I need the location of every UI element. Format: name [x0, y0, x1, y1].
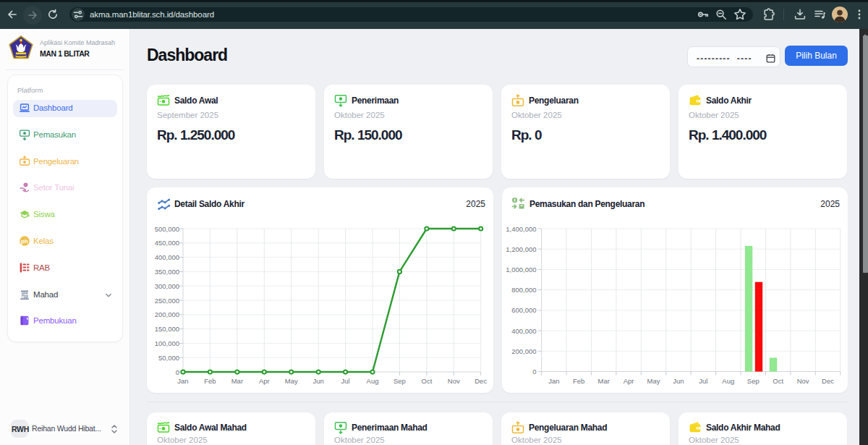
svg-text:Mar: Mar [231, 377, 243, 385]
svg-text:400,000: 400,000 [155, 253, 179, 261]
svg-text:100,000: 100,000 [155, 339, 179, 347]
svg-text:Jan: Jan [548, 377, 559, 385]
svg-text:Apr: Apr [259, 377, 270, 385]
svg-text:Feb: Feb [204, 377, 216, 385]
svg-text:Jul: Jul [341, 377, 350, 385]
svg-text:Nov: Nov [448, 377, 460, 385]
svg-text:50,000: 50,000 [158, 354, 179, 362]
svg-text:Apr: Apr [624, 377, 634, 385]
svg-text:Oct: Oct [773, 377, 783, 385]
svg-text:Nov: Nov [797, 377, 809, 385]
svg-text:600,000: 600,000 [511, 306, 536, 314]
svg-text:ph: ph [21, 238, 28, 245]
svg-text:0: 0 [532, 368, 536, 376]
svg-text:Jan: Jan [177, 377, 188, 385]
svg-text:Jun: Jun [673, 377, 684, 385]
svg-text:450,000: 450,000 [155, 239, 179, 247]
svg-text:1,400,000: 1,400,000 [506, 225, 536, 233]
svg-text:Dec: Dec [822, 377, 834, 385]
svg-text:Jul: Jul [699, 377, 707, 385]
svg-text:Sep: Sep [393, 377, 406, 385]
svg-text:Mar: Mar [598, 377, 610, 385]
svg-text:200,000: 200,000 [155, 310, 179, 318]
svg-text:Sep: Sep [747, 377, 760, 385]
svg-text:400,000: 400,000 [511, 327, 536, 335]
svg-text:May: May [647, 377, 660, 385]
svg-text:0: 0 [176, 368, 179, 376]
svg-text:200,000: 200,000 [511, 347, 536, 355]
svg-text:Aug: Aug [722, 377, 734, 385]
svg-text:500,000: 500,000 [155, 225, 179, 233]
svg-text:Aug: Aug [367, 377, 379, 385]
svg-text:Dec: Dec [475, 377, 487, 385]
svg-text:300,000: 300,000 [155, 282, 179, 290]
svg-text:Oct: Oct [422, 377, 433, 385]
svg-text:350,000: 350,000 [155, 268, 179, 276]
svg-text:150,000: 150,000 [155, 325, 179, 333]
svg-text:250,000: 250,000 [155, 297, 179, 305]
svg-text:May: May [285, 377, 298, 385]
svg-text:1,000,000: 1,000,000 [506, 266, 536, 274]
svg-text:Jun: Jun [313, 377, 324, 385]
svg-text:Feb: Feb [573, 377, 584, 385]
svg-text:800,000: 800,000 [511, 286, 536, 294]
svg-text:12: 12 [24, 294, 28, 298]
svg-text:1,200,000: 1,200,000 [506, 245, 536, 253]
